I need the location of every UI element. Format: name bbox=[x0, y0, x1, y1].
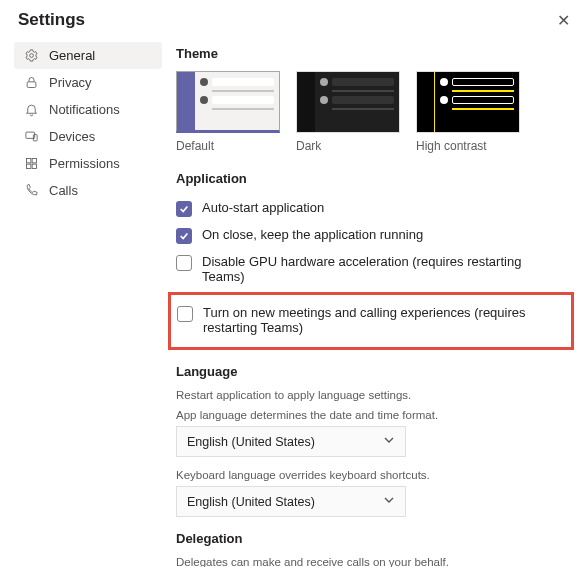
delegation-note: Delegates can make and receive calls on … bbox=[176, 556, 564, 567]
select-value: English (United States) bbox=[187, 435, 315, 449]
checkbox-checked-icon bbox=[176, 201, 192, 217]
checkbox-label: Turn on new meetings and calling experie… bbox=[203, 305, 563, 335]
gear-icon bbox=[24, 48, 39, 63]
svg-rect-5 bbox=[32, 159, 36, 163]
sidebar-item-privacy[interactable]: Privacy bbox=[14, 69, 162, 96]
theme-label: Default bbox=[176, 139, 280, 153]
chevron-down-icon bbox=[383, 434, 395, 449]
theme-label: Dark bbox=[296, 139, 400, 153]
settings-sidebar: General Privacy Notifications Devices Pe… bbox=[0, 36, 170, 567]
checkbox-label: On close, keep the application running bbox=[202, 227, 423, 242]
checkbox-row-onclose[interactable]: On close, keep the application running bbox=[176, 223, 564, 250]
language-restart-note: Restart application to apply language se… bbox=[176, 389, 564, 401]
checkbox-checked-icon bbox=[176, 228, 192, 244]
sidebar-item-notifications[interactable]: Notifications bbox=[14, 96, 162, 123]
sidebar-item-permissions[interactable]: Permissions bbox=[14, 150, 162, 177]
highlight-annotation: Turn on new meetings and calling experie… bbox=[168, 292, 574, 350]
close-icon[interactable]: ✕ bbox=[557, 11, 570, 30]
bell-icon bbox=[24, 102, 39, 117]
sidebar-item-label: Privacy bbox=[49, 75, 92, 90]
theme-label: High contrast bbox=[416, 139, 520, 153]
sidebar-item-calls[interactable]: Calls bbox=[14, 177, 162, 204]
language-section-title: Language bbox=[176, 364, 564, 379]
permissions-icon bbox=[24, 156, 39, 171]
sidebar-item-label: Notifications bbox=[49, 102, 120, 117]
theme-option-dark[interactable]: Dark bbox=[296, 71, 400, 153]
svg-point-0 bbox=[30, 54, 34, 58]
sidebar-item-general[interactable]: General bbox=[14, 42, 162, 69]
app-language-note: App language determines the date and tim… bbox=[176, 409, 564, 421]
theme-preview-dark bbox=[296, 71, 400, 133]
checkbox-unchecked-icon bbox=[177, 306, 193, 322]
svg-rect-1 bbox=[27, 82, 36, 88]
lock-icon bbox=[24, 75, 39, 90]
keyboard-language-note: Keyboard language overrides keyboard sho… bbox=[176, 469, 564, 481]
checkbox-label: Auto-start application bbox=[202, 200, 324, 215]
theme-preview-default bbox=[176, 71, 280, 133]
sidebar-item-devices[interactable]: Devices bbox=[14, 123, 162, 150]
delegation-section-title: Delegation bbox=[176, 531, 564, 546]
devices-icon bbox=[24, 129, 39, 144]
sidebar-item-label: Devices bbox=[49, 129, 95, 144]
svg-rect-6 bbox=[27, 164, 31, 168]
theme-option-default[interactable]: Default bbox=[176, 71, 280, 153]
theme-option-highcontrast[interactable]: High contrast bbox=[416, 71, 520, 153]
theme-preview-highcontrast bbox=[416, 71, 520, 133]
select-value: English (United States) bbox=[187, 495, 315, 509]
theme-section-title: Theme bbox=[176, 46, 564, 61]
chevron-down-icon bbox=[383, 494, 395, 509]
sidebar-item-label: Calls bbox=[49, 183, 78, 198]
svg-rect-7 bbox=[32, 164, 36, 168]
checkbox-label: Disable GPU hardware acceleration (requi… bbox=[202, 254, 564, 284]
keyboard-language-select[interactable]: English (United States) bbox=[176, 486, 406, 517]
checkbox-unchecked-icon bbox=[176, 255, 192, 271]
page-title: Settings bbox=[18, 10, 85, 30]
phone-icon bbox=[24, 183, 39, 198]
checkbox-row-autostart[interactable]: Auto-start application bbox=[176, 196, 564, 223]
application-section-title: Application bbox=[176, 171, 564, 186]
checkbox-row-disablegpu[interactable]: Disable GPU hardware acceleration (requi… bbox=[176, 250, 564, 290]
checkbox-row-newmeetings[interactable]: Turn on new meetings and calling experie… bbox=[177, 301, 563, 341]
svg-rect-4 bbox=[27, 159, 31, 163]
svg-rect-3 bbox=[33, 135, 37, 141]
sidebar-item-label: Permissions bbox=[49, 156, 120, 171]
app-language-select[interactable]: English (United States) bbox=[176, 426, 406, 457]
sidebar-item-label: General bbox=[49, 48, 95, 63]
